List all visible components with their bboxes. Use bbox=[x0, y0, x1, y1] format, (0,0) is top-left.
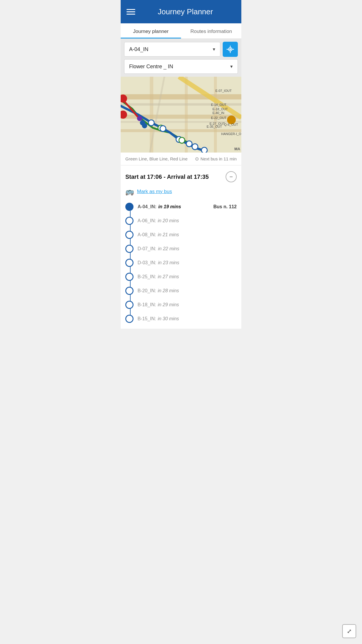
locate-button[interactable] bbox=[223, 42, 238, 57]
stop-dot bbox=[125, 287, 133, 295]
to-dropdown-wrapper: Flower Centre _ IN ▼ bbox=[124, 59, 238, 74]
map-info-bar: Green Line, Blue Line, Red Line ⊙ Next b… bbox=[121, 153, 241, 165]
list-item: B-18_IN:in 29 mins bbox=[125, 298, 237, 312]
to-row: Flower Centre _ IN ▼ bbox=[124, 59, 238, 74]
svg-text:E-07_IOUT: E-07_IOUT bbox=[215, 89, 232, 92]
svg-point-23 bbox=[179, 137, 185, 143]
svg-text:Q-6_OUT: Q-6_OUT bbox=[224, 123, 238, 126]
mark-bus-row: 🚌 Mark as my bus bbox=[125, 188, 237, 196]
stop-dot bbox=[125, 315, 133, 323]
to-dropdown[interactable]: Flower Centre _ IN bbox=[124, 60, 238, 74]
stop-name: D-03_IN: bbox=[138, 260, 156, 265]
list-item: D-03_IN:in 23 mins bbox=[125, 256, 237, 270]
stop-time: in 29 mins bbox=[158, 302, 179, 307]
svg-point-26 bbox=[201, 147, 207, 153]
stop-dot bbox=[125, 301, 133, 309]
svg-text:E-18_OUT: E-18_OUT bbox=[212, 107, 228, 111]
from-dropdown[interactable]: A-04_IN bbox=[124, 42, 220, 56]
stop-time: in 23 mins bbox=[158, 260, 179, 265]
svg-text:E-22_OUT: E-22_OUT bbox=[211, 116, 226, 120]
list-item: A-06_IN:in 20 mins bbox=[125, 214, 237, 228]
svg-point-16 bbox=[142, 123, 147, 128]
list-item: A-04_IN:in 19 minsBus n. 112 bbox=[125, 200, 237, 214]
stop-dot bbox=[125, 203, 133, 211]
journey-section: Start at 17:06 - Arrival at 17:35 − 🚌 Ma… bbox=[121, 165, 241, 329]
stop-name: B-25_IN: bbox=[138, 274, 156, 279]
stop-time: in 27 mins bbox=[158, 274, 179, 279]
svg-rect-5 bbox=[121, 129, 241, 132]
list-item: B-20_IN:in 28 mins bbox=[125, 284, 237, 298]
svg-point-19 bbox=[148, 120, 154, 126]
next-bus-text: Next bus in 11 min bbox=[201, 156, 237, 161]
journey-title: Start at 17:06 - Arrival at 17:35 bbox=[125, 174, 209, 180]
controls-area: A-04_IN ▼ Flower Centre _ IN ▼ bbox=[121, 39, 241, 77]
tab-routes-information[interactable]: Routes information bbox=[181, 23, 241, 38]
hamburger-menu-icon[interactable] bbox=[126, 9, 135, 15]
stop-name: A-08_IN: bbox=[138, 232, 156, 237]
list-item: B-15_IN:in 30 mins bbox=[125, 312, 237, 326]
svg-point-21 bbox=[160, 126, 166, 132]
stop-time: in 22 mins bbox=[158, 246, 179, 251]
stop-name: A-04_IN: bbox=[138, 204, 157, 209]
stop-dot bbox=[125, 273, 133, 281]
svg-point-14 bbox=[137, 116, 142, 121]
stop-dot bbox=[125, 259, 133, 267]
stop-dot bbox=[125, 231, 133, 239]
stop-name: B-15_IN: bbox=[138, 316, 156, 321]
svg-rect-8 bbox=[214, 77, 217, 153]
stop-list: A-04_IN:in 19 minsBus n. 112A-06_IN:in 2… bbox=[125, 200, 237, 326]
stop-time: in 19 mins bbox=[158, 204, 181, 209]
list-item: A-08_IN:in 21 mins bbox=[125, 228, 237, 242]
stop-time: in 28 mins bbox=[158, 288, 179, 293]
from-dropdown-wrapper: A-04_IN ▼ bbox=[124, 42, 220, 57]
stop-name: B-18_IN: bbox=[138, 302, 156, 307]
stop-time: in 20 mins bbox=[158, 218, 179, 223]
bus-icon: 🚌 bbox=[125, 188, 134, 196]
stop-dot bbox=[125, 217, 133, 225]
svg-text:E-35_OUT: E-35_OUT bbox=[207, 125, 222, 128]
svg-text:E-40_IN: E-40_IN bbox=[212, 111, 224, 115]
app-header: Journey Planner bbox=[121, 0, 241, 23]
app-title: Journey Planner bbox=[135, 7, 236, 16]
svg-point-24 bbox=[186, 141, 192, 147]
from-row: A-04_IN ▼ bbox=[124, 42, 238, 57]
stop-name: D-07_IN: bbox=[138, 246, 156, 251]
svg-text:E-14_OUT: E-14_OUT bbox=[211, 103, 226, 106]
stop-name: B-20_IN: bbox=[138, 288, 156, 293]
stop-time: in 30 mins bbox=[158, 316, 179, 321]
crosshair-icon bbox=[226, 45, 234, 53]
stop-dot bbox=[125, 245, 133, 253]
map-area[interactable]: E-07_IOUT E-14_OUT E-18_OUT E-40_IN E-22… bbox=[121, 77, 241, 153]
list-item: D-07_IN:in 22 mins bbox=[125, 242, 237, 256]
bus-number: Bus n. 112 bbox=[213, 204, 237, 209]
journey-header: Start at 17:06 - Arrival at 17:35 − bbox=[125, 171, 237, 182]
svg-rect-3 bbox=[121, 94, 241, 99]
next-bus-info: ⊙ Next bus in 11 min bbox=[195, 156, 237, 162]
svg-text:MA: MA bbox=[234, 147, 240, 151]
tab-journey-planner[interactable]: Journey planner bbox=[121, 23, 181, 38]
tab-bar: Journey planner Routes information bbox=[121, 23, 241, 39]
collapse-button[interactable]: − bbox=[226, 171, 237, 182]
svg-point-25 bbox=[192, 144, 198, 150]
map-svg: E-07_IOUT E-14_OUT E-18_OUT E-40_IN E-22… bbox=[121, 77, 241, 153]
stop-time: in 21 mins bbox=[158, 232, 179, 237]
mark-bus-link[interactable]: Mark as my bus bbox=[137, 189, 172, 195]
clock-icon: ⊙ bbox=[195, 156, 199, 162]
map-lines-label: Green Line, Blue Line, Red Line bbox=[125, 156, 187, 161]
svg-text:HANGER-I_OUT: HANGER-I_OUT bbox=[221, 132, 241, 136]
stop-name: A-06_IN: bbox=[138, 218, 156, 223]
list-item: B-25_IN:in 27 mins bbox=[125, 270, 237, 284]
